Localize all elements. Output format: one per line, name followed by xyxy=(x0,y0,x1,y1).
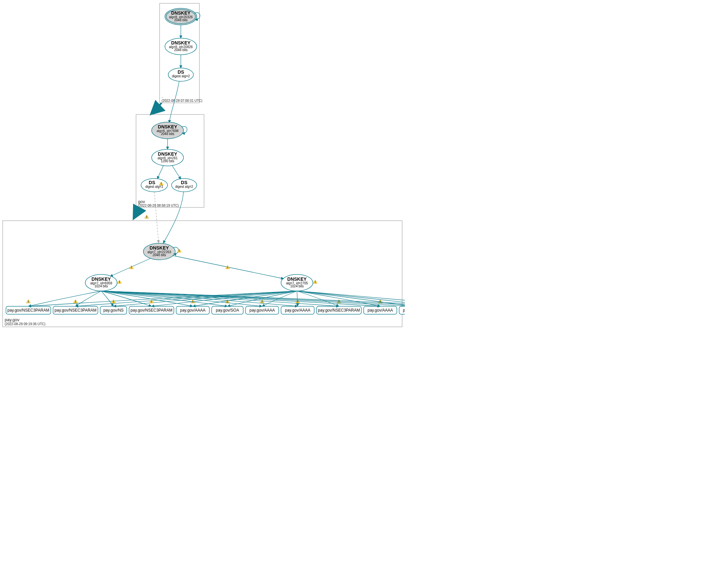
zone-gov-ts: (2022-08-28 08:58:19 UTC) xyxy=(138,204,179,207)
record-label: pay.gov/AAAA xyxy=(285,308,311,313)
zone-arrow-gov-pay xyxy=(133,207,140,219)
svg-text:DNSKEY: DNSKEY xyxy=(158,124,177,129)
record-label: pay.gov/NS xyxy=(103,308,123,313)
svg-text:!: ! xyxy=(179,249,180,253)
svg-text:2048 bits: 2048 bits xyxy=(174,18,188,22)
node-gov-ds1: DS digest alg=1 xyxy=(141,178,168,192)
dnssec-diagram: . (2022-08-28 07:00:31 UTC) DNSKEY alg=8… xyxy=(0,0,405,329)
zone-root-ts: (2022-08-28 07:00:31 UTC) xyxy=(162,99,203,103)
node-gov-ds2: DS digest alg=2 xyxy=(172,178,197,192)
svg-text:2048 bits: 2048 bits xyxy=(161,132,174,136)
node-pay-zsk2: DNSKEY alg=7, id=2705 1024 bits xyxy=(281,274,313,291)
warning-icon: ! xyxy=(74,300,78,303)
warning-icon: ! xyxy=(145,215,149,219)
zone-gov: gov (2022-08-28 08:58:19 UTC) DNSKEY alg… xyxy=(136,114,204,207)
node-root-ksk: DNSKEY alg=8, id=20326 2048 bits xyxy=(165,8,197,25)
svg-text:DS: DS xyxy=(177,69,184,75)
svg-text:DNSKEY: DNSKEY xyxy=(171,40,191,45)
zone-root: . (2022-08-28 07:00:31 UTC) DNSKEY alg=8… xyxy=(160,3,203,103)
node-root-ds: DS digest alg=2 xyxy=(168,68,193,81)
record-label: pay.gov/A xyxy=(403,308,405,313)
warning-icon: ! xyxy=(129,266,133,269)
svg-text:!: ! xyxy=(131,266,132,269)
record-label: pay.gov/AAAA xyxy=(250,308,275,313)
svg-text:digest alg=2: digest alg=2 xyxy=(172,74,190,78)
zone-pay: pay.gov (2022-08-28 09:19:36 UTC) DNSKEY… xyxy=(3,220,405,327)
node-gov-zsk: DNSKEY alg=8, id=261 1280 bits xyxy=(152,149,184,166)
record-label: pay.gov/AAAA xyxy=(180,308,206,313)
svg-text:!: ! xyxy=(161,182,162,186)
node-gov-ksk: DNSKEY alg=8, id=7698 2048 bits xyxy=(152,122,184,139)
zone-gov-label: gov xyxy=(138,199,145,204)
edge-govzsk-ds2 xyxy=(172,165,181,179)
warning-icon: ! xyxy=(118,280,122,284)
svg-text:digest alg=2: digest alg=2 xyxy=(175,185,193,188)
edge-govzsk-ds1 xyxy=(157,165,164,179)
svg-text:DNSKEY: DNSKEY xyxy=(150,245,169,251)
warning-icon: ! xyxy=(26,300,30,303)
svg-text:!: ! xyxy=(262,300,263,303)
svg-text:1024 bits: 1024 bits xyxy=(94,285,108,288)
warning-icon: ! xyxy=(111,300,115,303)
node-root-zsk: DNSKEY alg=8, id=20826 2048 bits xyxy=(165,38,197,55)
node-pay-zsk1: DNSKEY alg=7, id=6959 1024 bits xyxy=(85,274,117,291)
record-label: pay.gov/NSEC3PARAM xyxy=(130,308,172,313)
svg-text:DNSKEY: DNSKEY xyxy=(158,151,177,156)
svg-text:DNSKEY: DNSKEY xyxy=(171,10,191,16)
warning-icon: ! xyxy=(150,300,154,303)
svg-text:2048 bits: 2048 bits xyxy=(174,48,188,52)
record-label: pay.gov/NSEC3PARAM xyxy=(55,308,96,313)
zone-pay-ts: (2022-08-28 09:19:36 UTC) xyxy=(5,322,45,326)
zone-pay-label: pay.gov xyxy=(5,317,20,322)
svg-text:!: ! xyxy=(315,280,316,284)
zone-root-label: . xyxy=(162,94,163,99)
zone-arrow-root-gov xyxy=(151,103,162,114)
svg-text:!: ! xyxy=(227,266,228,269)
edge-govds1-payksk xyxy=(154,192,158,243)
record-label: pay.gov/NSEC3PARAM xyxy=(318,308,360,313)
svg-text:DS: DS xyxy=(181,180,187,185)
svg-text:1280 bits: 1280 bits xyxy=(161,159,174,163)
svg-text:!: ! xyxy=(119,280,120,284)
record-label: pay.gov/SOA xyxy=(216,308,239,313)
records-layer: pay.gov/NSEC3PARAM!pay.gov/NSEC3PARAM!pa… xyxy=(6,291,405,314)
warning-icon: ! xyxy=(177,249,181,253)
node-pay-ksk: DNSKEY alg=7, id=22263 2048 bits xyxy=(143,243,175,260)
svg-text:!: ! xyxy=(151,300,152,303)
svg-text:!: ! xyxy=(146,215,147,219)
record-label: pay.gov/AAAA xyxy=(368,308,393,313)
warning-icon: ! xyxy=(260,300,264,303)
svg-text:DS: DS xyxy=(149,180,155,185)
record-label: pay.gov/NSEC3PARAM xyxy=(7,308,49,313)
svg-text:!: ! xyxy=(28,300,29,303)
edge-govds2-payksk xyxy=(163,192,184,243)
svg-text:DNSKEY: DNSKEY xyxy=(288,276,307,282)
svg-text:2048 bits: 2048 bits xyxy=(153,253,166,257)
svg-text:DNSKEY: DNSKEY xyxy=(91,276,111,282)
warning-icon: ! xyxy=(313,280,317,284)
svg-text:1024 bits: 1024 bits xyxy=(290,285,304,288)
svg-text:!: ! xyxy=(75,300,76,303)
svg-text:!: ! xyxy=(113,300,114,303)
